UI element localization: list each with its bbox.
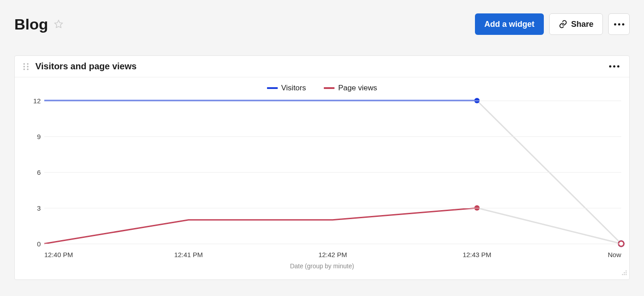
legend-item[interactable]: Visitors xyxy=(267,84,306,93)
grid-line xyxy=(44,208,621,208)
legend-label: Visitors xyxy=(281,84,306,93)
x-tick: 12:40 PM xyxy=(44,251,73,258)
widget-more-button[interactable] xyxy=(607,63,621,69)
x-axis-label: Date (group by minute) xyxy=(23,262,621,270)
svg-point-9 xyxy=(622,274,623,275)
title-wrap: Blog xyxy=(14,16,64,33)
svg-point-5 xyxy=(27,68,29,70)
x-axis: 12:40 PM12:41 PM12:42 PM12:43 PMNow xyxy=(44,248,621,259)
widget-card: Visitors and page views VisitorsPage vie… xyxy=(14,55,630,280)
x-tick: Now xyxy=(608,251,621,258)
grid-line xyxy=(44,172,621,173)
legend-label: Page views xyxy=(338,84,377,93)
y-axis: 036912 xyxy=(23,96,44,248)
widget-header: Visitors and page views xyxy=(15,56,629,77)
legend-swatch xyxy=(267,87,278,89)
link-icon xyxy=(559,20,568,29)
series-line-faded xyxy=(477,208,622,244)
legend-swatch xyxy=(324,87,335,89)
more-icon xyxy=(609,65,619,68)
grid-line xyxy=(44,101,621,101)
legend-item[interactable]: Page views xyxy=(324,84,377,93)
svg-point-0 xyxy=(23,63,25,65)
y-tick: 0 xyxy=(37,240,41,248)
y-tick: 6 xyxy=(37,169,41,176)
y-tick: 9 xyxy=(37,133,41,140)
svg-point-1 xyxy=(27,63,29,65)
star-icon[interactable] xyxy=(54,19,64,29)
svg-point-7 xyxy=(624,272,625,274)
svg-point-8 xyxy=(626,272,627,274)
page-title: Blog xyxy=(14,16,48,33)
svg-point-4 xyxy=(23,68,25,70)
chart-plot[interactable] xyxy=(44,96,621,248)
add-widget-button[interactable]: Add a widget xyxy=(475,13,544,35)
page-header: Blog Add a widget Share xyxy=(0,0,644,43)
grid-line xyxy=(44,136,621,137)
svg-point-3 xyxy=(27,66,29,68)
header-actions: Add a widget Share xyxy=(475,13,630,35)
svg-point-2 xyxy=(23,66,25,68)
drag-handle-icon[interactable] xyxy=(23,63,29,71)
more-icon xyxy=(614,23,624,25)
widget-title: Visitors and page views xyxy=(35,61,136,72)
x-tick: 12:41 PM xyxy=(174,251,203,258)
svg-point-10 xyxy=(624,274,625,275)
x-tick: 12:43 PM xyxy=(462,251,491,258)
share-button-label: Share xyxy=(571,20,593,29)
page-more-button[interactable] xyxy=(608,13,630,35)
chart-legend: VisitorsPage views xyxy=(23,84,621,93)
svg-point-11 xyxy=(626,274,627,275)
widget-body: VisitorsPage views 036912 12:40 PM12:41 … xyxy=(15,77,629,279)
svg-point-6 xyxy=(626,271,627,272)
series-line xyxy=(44,208,477,244)
share-button[interactable]: Share xyxy=(549,13,603,35)
y-tick: 3 xyxy=(37,204,41,212)
resize-handle-icon[interactable] xyxy=(621,270,627,278)
y-tick: 12 xyxy=(33,97,41,105)
grid-line xyxy=(44,244,621,244)
widget-title-wrap: Visitors and page views xyxy=(23,61,136,72)
plot-wrap: 036912 xyxy=(23,96,621,248)
x-tick: 12:42 PM xyxy=(318,251,347,258)
